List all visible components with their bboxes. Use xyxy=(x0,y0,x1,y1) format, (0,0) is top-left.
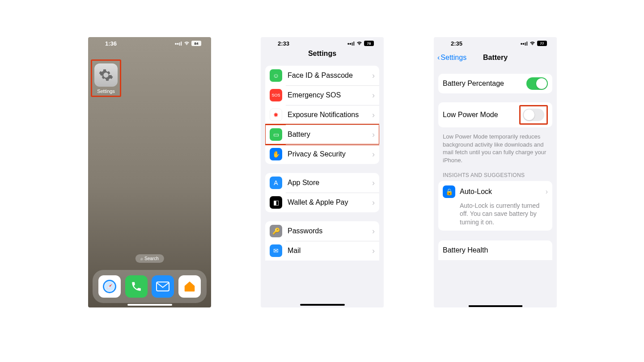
home-icon[interactable] xyxy=(178,275,201,298)
row-label: App Store xyxy=(288,179,372,187)
chevron-right-icon: › xyxy=(372,130,375,139)
settings-row[interactable]: ▭Battery› xyxy=(265,125,379,144)
status-time: 2:33 xyxy=(278,40,289,47)
chevron-right-icon: › xyxy=(372,198,375,207)
status-bar: 2:35 ••ıl 77 xyxy=(434,37,557,50)
dock xyxy=(93,270,207,303)
search-icon: ⌕ xyxy=(140,256,144,261)
row-label: Mail xyxy=(288,247,372,255)
row-battery-percentage[interactable]: Battery Percentage xyxy=(438,74,552,93)
row-icon: 🔑 xyxy=(270,225,282,237)
status-time: 1:36 xyxy=(105,40,117,47)
chevron-right-icon: › xyxy=(372,150,375,159)
row-icon: ✸ xyxy=(270,109,282,121)
gear-icon[interactable] xyxy=(94,63,118,87)
wifi-icon xyxy=(530,40,535,47)
status-indicators: ••ıl 77 xyxy=(521,40,547,47)
battery-group-1: Battery Percentage xyxy=(438,74,552,93)
toggle-battery-percentage[interactable] xyxy=(526,77,548,90)
safari-icon[interactable] xyxy=(98,275,121,298)
search-label: Search xyxy=(144,256,159,261)
app-label: Settings xyxy=(93,88,119,94)
settings-app-highlight: Settings xyxy=(91,59,121,97)
settings-group-b: AApp Store›◧Wallet & Apple Pay› xyxy=(265,173,379,212)
status-time: 2:35 xyxy=(451,40,462,47)
cellular-icon: ••ıl xyxy=(175,40,182,47)
autolock-card[interactable]: 🔒 Auto-Lock › Auto-Lock is currently tur… xyxy=(438,181,552,231)
row-battery-health[interactable]: Battery Health xyxy=(438,240,552,260)
cellular-icon: ••ıl xyxy=(521,40,528,47)
settings-row[interactable]: 🔑Passwords› xyxy=(265,221,379,241)
search-pill[interactable]: ⌕ Search xyxy=(135,254,164,263)
chevron-right-icon: › xyxy=(372,246,375,256)
home-indicator[interactable] xyxy=(300,304,345,306)
nav-title: Settings xyxy=(261,50,384,66)
chevron-right-icon: › xyxy=(546,188,548,196)
row-icon: ✋ xyxy=(270,148,282,160)
settings-row[interactable]: ✋Privacy & Security› xyxy=(265,144,379,164)
row-label: Battery Percentage xyxy=(443,80,526,88)
chevron-right-icon: › xyxy=(372,71,375,80)
phone-icon[interactable] xyxy=(125,275,148,298)
wifi-icon xyxy=(184,40,190,47)
row-icon: ☺ xyxy=(270,69,282,82)
status-indicators: ••ıl 84 xyxy=(175,40,201,47)
phone-battery-settings: 2:35 ••ıl 77 ‹ Settings Battery Battery … xyxy=(434,37,557,307)
row-label: Wallet & Apple Pay xyxy=(288,198,372,206)
row-label: Privacy & Security xyxy=(288,150,372,158)
battery-icon: 84 xyxy=(191,41,201,46)
row-icon: SOS xyxy=(270,89,282,101)
wifi-icon xyxy=(356,40,362,47)
row-label: Emergency SOS xyxy=(288,91,372,99)
chevron-right-icon: › xyxy=(372,227,375,236)
status-bar: 2:33 ••ıl 78 xyxy=(261,37,384,50)
battery-group-2: Low Power Mode xyxy=(438,102,552,127)
low-power-toggle-highlight xyxy=(519,105,548,125)
low-power-description: Low Power Mode temporarily reduces backg… xyxy=(434,129,557,164)
settings-group-a: ☺Face ID & Passcode›SOSEmergency SOS›✸Ex… xyxy=(265,66,379,164)
row-label: Passwords xyxy=(288,227,372,235)
svg-rect-3 xyxy=(157,282,169,291)
settings-row[interactable]: ☺Face ID & Passcode› xyxy=(265,66,379,85)
row-label: Battery xyxy=(288,130,372,139)
settings-row[interactable]: ✉Mail› xyxy=(265,241,379,261)
row-icon: ▭ xyxy=(270,128,282,141)
settings-row[interactable]: AApp Store› xyxy=(265,173,379,193)
row-label: Battery Health xyxy=(443,246,548,254)
chevron-right-icon: › xyxy=(372,178,375,188)
section-header-insights: INSIGHTS AND SUGGESTIONS xyxy=(434,164,557,181)
phone-homescreen: 1:36 ••ıl 84 Settings ⌕ Search xyxy=(88,37,211,307)
lock-icon: 🔒 xyxy=(443,185,455,198)
toggle-low-power-mode[interactable] xyxy=(523,109,544,121)
chevron-right-icon: › xyxy=(372,91,375,100)
nav-title: Battery xyxy=(483,54,508,62)
row-icon: A xyxy=(270,177,282,189)
nav-bar: ‹ Settings Battery xyxy=(434,50,557,66)
row-icon: ◧ xyxy=(270,196,282,209)
settings-row[interactable]: ◧Wallet & Apple Pay› xyxy=(265,193,379,212)
autolock-label: Auto-Lock xyxy=(460,188,546,196)
settings-group-c: 🔑Passwords›✉Mail› xyxy=(265,221,379,261)
home-indicator-strike xyxy=(469,305,522,307)
chevron-left-icon: ‹ xyxy=(437,54,440,62)
row-label: Exposure Notifications xyxy=(288,110,372,119)
row-label: Low Power Mode xyxy=(443,111,519,119)
back-button[interactable]: ‹ Settings xyxy=(437,54,466,62)
row-low-power-mode[interactable]: Low Power Mode xyxy=(438,102,552,127)
back-label: Settings xyxy=(441,54,466,62)
battery-icon: 78 xyxy=(364,41,374,46)
home-indicator[interactable] xyxy=(127,304,172,306)
battery-icon: 77 xyxy=(537,41,547,46)
autolock-description: Auto-Lock is currently turned off. You c… xyxy=(443,198,548,226)
row-icon: ✉ xyxy=(270,244,282,257)
row-label: Face ID & Passcode xyxy=(288,72,372,80)
settings-row[interactable]: ✸Exposure Notifications› xyxy=(265,105,379,125)
phone-settings-list: 2:33 ••ıl 78 Settings ☺Face ID & Passcod… xyxy=(261,37,384,307)
chevron-right-icon: › xyxy=(372,110,375,120)
settings-row[interactable]: SOSEmergency SOS› xyxy=(265,85,379,105)
mail-icon[interactable] xyxy=(152,275,174,298)
cellular-icon: ••ıl xyxy=(347,40,355,47)
battery-health-group: Battery Health xyxy=(438,240,552,260)
status-indicators: ••ıl 78 xyxy=(347,40,374,47)
status-bar: 1:36 ••ıl 84 xyxy=(88,37,211,50)
